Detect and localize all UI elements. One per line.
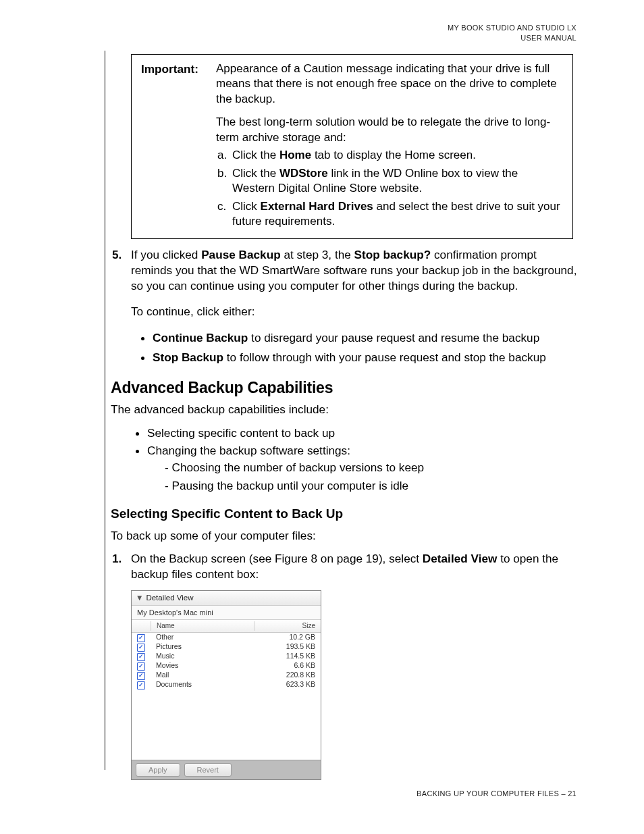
table-row[interactable]: ✓Pictures193.5 KB [132, 642, 321, 652]
important-step-c: c.Click External Hard Drives and select … [230, 199, 563, 230]
adv-bullets: Selecting specific content to back up Ch… [111, 425, 579, 494]
adv-sub-versions: Choosing the number of backup versions t… [165, 460, 579, 475]
step-5-bullets: Continue Backup to disregard your pause … [111, 330, 579, 365]
row-size: 220.8 KB [254, 671, 321, 680]
header-line2: USER MANUAL [520, 34, 576, 42]
table-row[interactable]: ✓Documents623.3 KB [132, 680, 321, 689]
panel-footer: Apply Revert [132, 760, 321, 780]
row-size: 6.6 KB [254, 661, 321, 671]
page-footer: BACKING UP YOUR COMPUTER FILES – 21 [417, 789, 576, 798]
row-name: Pictures [151, 642, 254, 652]
adv-bullet-select: Selecting specific content to back up [147, 425, 579, 441]
left-rule [105, 51, 105, 770]
step-5-number: 5. [112, 247, 122, 263]
adv-sub-dash: Choosing the number of backup versions t… [147, 460, 579, 493]
table-columns: Name Size [132, 620, 321, 632]
important-steps: a.Click the Home tab to display the Home… [216, 148, 563, 229]
check-icon: ✓ [137, 634, 145, 642]
device-name: My Desktop's Mac mini [132, 606, 321, 621]
disclosure-triangle-icon[interactable]: ▼ [136, 593, 143, 603]
table-body: ✓Other10.2 GB✓Pictures193.5 KB✓Music114.… [132, 633, 321, 760]
step-5-para: If you clicked Pause Backup at step 3, t… [131, 247, 579, 293]
apply-button[interactable]: Apply [136, 763, 180, 777]
important-body: Appearance of a Caution message indicati… [216, 61, 563, 232]
table-row[interactable]: ✓Mail220.8 KB [132, 671, 321, 680]
heading-advanced-backup: Advanced Backup Capabilities [111, 377, 579, 398]
row-checkbox[interactable]: ✓ [132, 652, 151, 661]
bullet-continue-backup: Continue Backup to disregard your pause … [153, 330, 579, 346]
step-1-para: On the Backup screen (see Figure 8 on pa… [131, 551, 579, 581]
row-checkbox[interactable]: ✓ [132, 633, 151, 642]
check-icon: ✓ [137, 681, 145, 689]
step-5: 5. If you clicked Pause Backup at step 3… [111, 247, 579, 319]
row-size: 193.5 KB [254, 642, 321, 652]
heading-selecting-content: Selecting Specific Content to Back Up [111, 505, 579, 522]
detailed-view-title: Detailed View [146, 594, 193, 602]
row-name: Other [151, 633, 254, 642]
step-1: 1. On the Backup screen (see Figure 8 on… [111, 551, 579, 581]
row-name: Documents [151, 680, 254, 689]
row-size: 114.5 KB [254, 652, 321, 661]
row-size: 10.2 GB [254, 633, 321, 642]
detailed-view-panel: ▼Detailed View My Desktop's Mac mini Nam… [131, 590, 321, 780]
table-row[interactable]: ✓Music114.5 KB [132, 652, 321, 661]
content-area: Important: Appearance of a Caution messa… [111, 54, 579, 780]
row-size: 623.3 KB [254, 680, 321, 689]
adv-sub-pause: Pausing the backup until your computer i… [165, 478, 579, 494]
step-1-number: 1. [112, 551, 122, 567]
adv-bullet-settings: Changing the backup software settings: C… [147, 443, 579, 493]
row-checkbox[interactable]: ✓ [132, 642, 151, 652]
important-p1: Appearance of a Caution message indicati… [216, 61, 563, 107]
adv-intro: The advanced backup capabilities include… [111, 402, 579, 417]
row-checkbox[interactable]: ✓ [132, 671, 151, 680]
check-icon: ✓ [137, 644, 145, 652]
page-header: MY BOOK STUDIO AND STUDIO LX USER MANUAL [448, 23, 576, 43]
detailed-view-header[interactable]: ▼Detailed View [132, 591, 321, 606]
table-row[interactable]: ✓Movies6.6 KB [132, 661, 321, 671]
row-name: Music [151, 652, 254, 661]
important-step-b: b.Click the WDStore link in the WD Onlin… [230, 166, 563, 197]
col-check [132, 621, 151, 630]
sel-intro: To back up some of your computer files: [111, 528, 579, 544]
row-checkbox[interactable]: ✓ [132, 661, 151, 671]
check-icon: ✓ [137, 653, 145, 661]
important-p2: The best long-term solution would be to … [216, 115, 563, 145]
important-label: Important: [141, 61, 216, 232]
col-name[interactable]: Name [151, 621, 254, 630]
row-checkbox[interactable]: ✓ [132, 680, 151, 689]
important-box: Important: Appearance of a Caution messa… [131, 54, 573, 239]
row-name: Movies [151, 661, 254, 671]
row-name: Mail [151, 671, 254, 680]
header-line1: MY BOOK STUDIO AND STUDIO LX [448, 24, 576, 32]
check-icon: ✓ [137, 672, 145, 680]
revert-button[interactable]: Revert [184, 763, 232, 777]
check-icon: ✓ [137, 662, 145, 671]
bullet-stop-backup: Stop Backup to follow through with your … [153, 350, 579, 365]
col-size[interactable]: Size [254, 621, 321, 630]
step-5-continue: To continue, click either: [131, 304, 579, 319]
table-row[interactable]: ✓Other10.2 GB [132, 633, 321, 642]
important-step-a: a.Click the Home tab to display the Home… [230, 148, 563, 163]
